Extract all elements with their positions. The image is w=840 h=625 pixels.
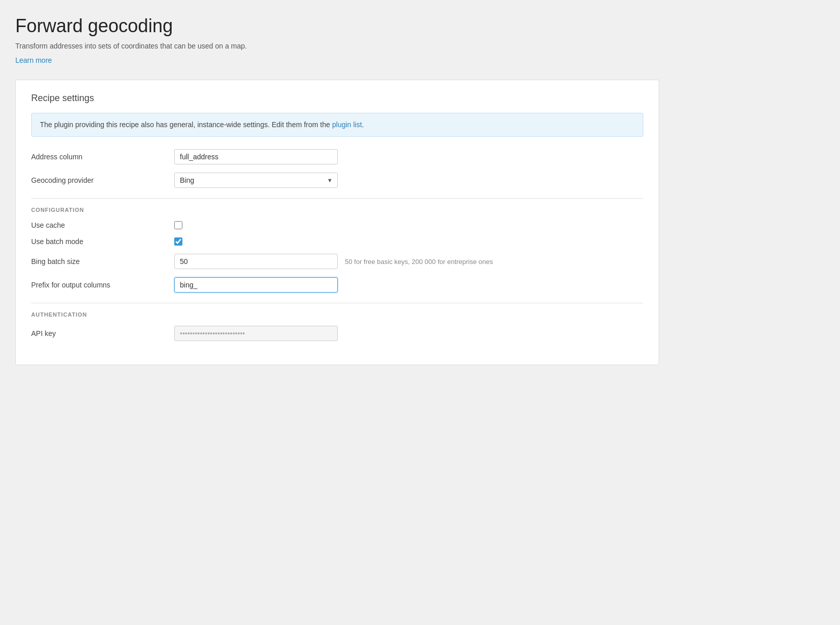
prefix-input[interactable] [174, 277, 338, 293]
info-banner: The plugin providing this recipe also ha… [31, 113, 643, 137]
use-cache-label: Use cache [31, 221, 174, 229]
use-cache-row: Use cache [31, 221, 643, 229]
configuration-divider [31, 198, 643, 199]
geocoding-provider-row: Geocoding provider Bing Google OpenStree… [31, 173, 643, 188]
prefix-row: Prefix for output columns [31, 277, 643, 293]
plugin-list-link[interactable]: plugin list [332, 121, 362, 129]
page-subtitle: Transform addresses into sets of coordin… [15, 42, 825, 50]
learn-more-link[interactable]: Learn more [15, 56, 52, 64]
bing-batch-size-row: Bing batch size 50 for free basic keys, … [31, 254, 643, 269]
api-key-row: API key [31, 326, 643, 341]
card-title: Recipe settings [31, 93, 643, 104]
address-column-row: Address column [31, 149, 643, 164]
geocoding-provider-select-wrapper: Bing Google OpenStreetMap ▼ [174, 173, 338, 188]
geocoding-provider-label: Geocoding provider [31, 176, 174, 184]
authentication-section-label: AUTHENTICATION [31, 311, 643, 318]
bing-batch-size-label: Bing batch size [31, 257, 174, 266]
use-batch-mode-checkbox[interactable] [174, 237, 182, 246]
use-batch-mode-row: Use batch mode [31, 237, 643, 246]
info-banner-text-after: . [362, 121, 364, 129]
api-key-input[interactable] [174, 326, 338, 341]
use-batch-mode-label: Use batch mode [31, 237, 174, 246]
geocoding-provider-select[interactable]: Bing Google OpenStreetMap [174, 173, 338, 188]
prefix-label: Prefix for output columns [31, 281, 174, 289]
address-column-label: Address column [31, 153, 174, 161]
use-cache-checkbox[interactable] [174, 221, 182, 229]
configuration-section-label: CONFIGURATION [31, 207, 643, 213]
bing-batch-size-hint: 50 for free basic keys, 200 000 for entr… [345, 258, 493, 266]
authentication-divider [31, 303, 643, 303]
info-banner-text-before: The plugin providing this recipe also ha… [40, 121, 332, 129]
recipe-settings-card: Recipe settings The plugin providing thi… [15, 80, 659, 365]
api-key-label: API key [31, 329, 174, 338]
bing-batch-size-input[interactable] [174, 254, 338, 269]
page-title: Forward geocoding [15, 15, 825, 37]
address-column-input[interactable] [174, 149, 338, 164]
